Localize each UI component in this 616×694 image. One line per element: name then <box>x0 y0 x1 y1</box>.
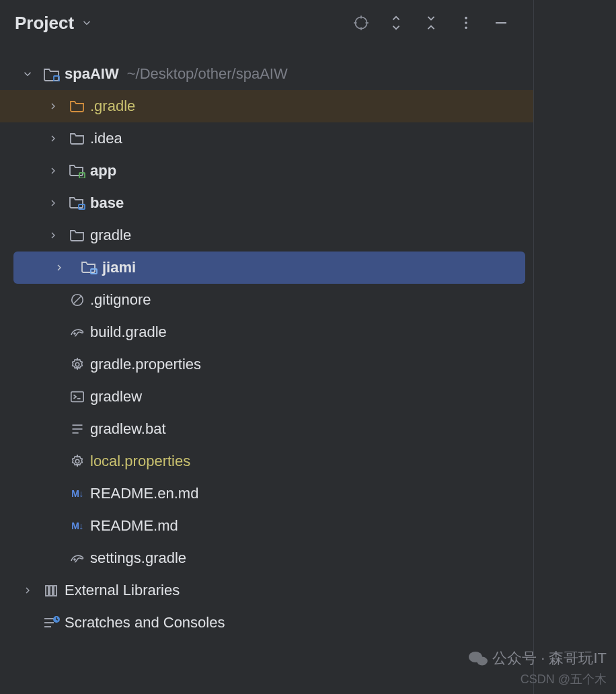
tree-item-jiami[interactable]: jiami <box>13 252 525 284</box>
tree-item-gradlew-bat[interactable]: gradlew.bat <box>0 413 533 445</box>
tree-item-idea[interactable]: .idea <box>0 122 533 155</box>
svg-rect-19 <box>71 392 83 402</box>
gear-icon <box>66 357 89 372</box>
tree-item-scratches[interactable]: Scratches and Consoles <box>0 607 533 639</box>
tree-item-base[interactable]: base <box>0 187 533 219</box>
tree-item-gradlew[interactable]: gradlew <box>0 381 533 413</box>
item-label: app <box>90 162 116 180</box>
chevron-right-icon[interactable] <box>40 262 78 273</box>
panel-header: Project <box>0 0 533 46</box>
item-label: README.en.md <box>90 485 198 502</box>
more-icon[interactable] <box>449 5 484 40</box>
tree-item-local-props[interactable]: local.properties <box>0 445 533 477</box>
gear-icon <box>66 454 89 469</box>
module-folder-icon <box>66 163 89 178</box>
folder-icon <box>66 100 89 113</box>
project-folder-icon <box>40 67 63 81</box>
wechat-watermark: 公众号 · 森哥玩IT <box>468 648 607 668</box>
svg-rect-28 <box>54 586 56 596</box>
svg-rect-26 <box>46 586 48 596</box>
module-folder-icon <box>78 260 101 275</box>
chevron-right-icon[interactable] <box>40 198 66 208</box>
item-label: .gradle <box>90 98 135 115</box>
chevron-right-icon[interactable] <box>40 133 66 144</box>
gradle-icon <box>66 551 89 565</box>
svg-point-7 <box>465 27 467 30</box>
item-label: gradlew.bat <box>90 420 166 438</box>
chevron-right-icon[interactable] <box>40 101 66 112</box>
chevron-right-icon[interactable] <box>40 230 66 241</box>
panel-title: Project <box>15 13 74 34</box>
item-label: jiami <box>102 259 136 276</box>
terminal-icon <box>66 390 89 403</box>
tree-item-readme-en[interactable]: M↓ README.en.md <box>0 477 533 510</box>
svg-point-5 <box>465 17 467 20</box>
tree-item-gradle-cache[interactable]: .gradle <box>0 90 533 122</box>
gradle-icon <box>66 325 89 339</box>
library-icon <box>40 583 63 598</box>
svg-point-34 <box>477 657 488 666</box>
svg-point-6 <box>465 22 467 24</box>
minimize-icon[interactable] <box>484 5 518 40</box>
svg-point-0 <box>355 17 367 28</box>
svg-point-17 <box>74 333 75 334</box>
svg-rect-13 <box>91 269 97 274</box>
item-label: build.gradle <box>90 323 167 341</box>
svg-point-24 <box>75 459 79 463</box>
item-label: README.md <box>90 517 178 535</box>
csdn-watermark: CSDN @五个木 <box>468 671 607 687</box>
item-label: gradlew <box>90 388 142 406</box>
module-folder-icon <box>66 196 89 210</box>
collapse-all-icon[interactable] <box>414 5 449 40</box>
item-label: base <box>90 194 124 212</box>
chevron-down-icon[interactable] <box>15 68 40 80</box>
svg-point-18 <box>75 362 79 367</box>
markdown-icon: M↓ <box>66 488 89 499</box>
svg-line-16 <box>74 297 81 304</box>
item-label: gradle <box>90 227 131 244</box>
tree-item-readme[interactable]: M↓ README.md <box>0 510 533 542</box>
text-file-icon <box>66 422 89 436</box>
item-label: .gitignore <box>90 291 151 309</box>
tree-item-gradle-props[interactable]: gradle.properties <box>0 348 533 381</box>
item-label: External Libraries <box>65 582 180 599</box>
scratches-icon <box>40 615 63 630</box>
item-label: settings.gradle <box>90 549 186 567</box>
item-label: Scratches and Consoles <box>65 614 225 631</box>
item-label: local.properties <box>90 453 190 470</box>
tree-item-gitignore[interactable]: .gitignore <box>0 284 533 316</box>
project-panel: Project spaAIW ~/Deskt <box>0 0 534 694</box>
watermark: 公众号 · 森哥玩IT CSDN @五个木 <box>468 648 607 687</box>
svg-point-25 <box>74 559 75 560</box>
svg-rect-27 <box>50 586 52 596</box>
target-icon[interactable] <box>344 5 379 40</box>
svg-rect-11 <box>79 204 85 209</box>
tree-item-settings-gradle[interactable]: settings.gradle <box>0 542 533 574</box>
markdown-icon: M↓ <box>66 520 89 531</box>
root-name: spaAIW <box>65 65 119 83</box>
ignore-icon <box>66 293 89 307</box>
root-path: ~/Desktop/other/spaAIW <box>127 65 288 83</box>
tree-item-app[interactable]: app <box>0 155 533 187</box>
folder-icon <box>66 132 89 145</box>
item-label: .idea <box>90 130 122 147</box>
folder-icon <box>66 229 89 242</box>
tree-item-build-gradle[interactable]: build.gradle <box>0 316 533 348</box>
chevron-right-icon[interactable] <box>40 165 66 176</box>
expand-collapse-icon[interactable] <box>379 5 414 40</box>
tree-item-gradle[interactable]: gradle <box>0 219 533 252</box>
item-label: gradle.properties <box>90 356 201 373</box>
chevron-right-icon[interactable] <box>15 585 40 596</box>
project-tree[interactable]: spaAIW ~/Desktop/other/spaAIW .gradle .i… <box>0 46 533 651</box>
tree-item-external-libs[interactable]: External Libraries <box>0 574 533 607</box>
chevron-down-icon[interactable] <box>81 17 93 29</box>
tree-root[interactable]: spaAIW ~/Desktop/other/spaAIW <box>0 58 533 90</box>
